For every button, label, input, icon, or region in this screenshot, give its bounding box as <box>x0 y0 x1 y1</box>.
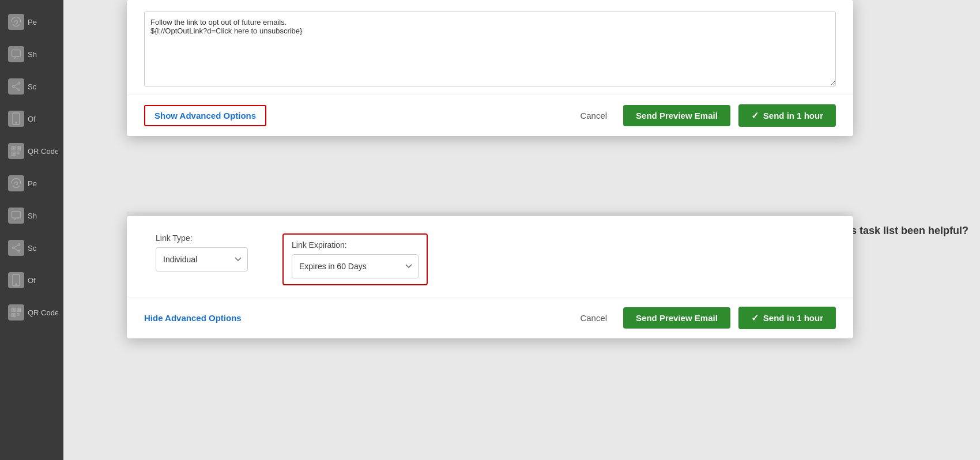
comment-icon <box>8 46 24 62</box>
svg-rect-29 <box>13 314 14 316</box>
qrcode-icon-2 <box>8 304 24 321</box>
sidebar-item-label: QR Code <box>28 308 58 317</box>
link-type-label: Link Type: <box>156 233 248 243</box>
sidebar-item-label: Sh <box>28 212 37 220</box>
svg-rect-11 <box>17 152 19 154</box>
sidebar-item-mobile[interactable]: Of <box>0 103 63 135</box>
send-hour-label-2: Send in 1 hour <box>763 313 823 323</box>
sidebar-item-sms[interactable]: Sh <box>0 38 63 70</box>
svg-rect-13 <box>18 148 20 149</box>
sidebar-item-share-2[interactable]: Sc <box>0 232 63 264</box>
svg-rect-28 <box>18 309 20 311</box>
svg-rect-27 <box>13 309 14 311</box>
send-hour-label-1: Send in 1 hour <box>763 111 823 120</box>
svg-point-2 <box>12 85 14 87</box>
cancel-button-2[interactable]: Cancel <box>572 308 615 327</box>
share-icon-2 <box>8 240 24 256</box>
qrcode-icon <box>8 143 24 159</box>
mobile-icon-2 <box>8 272 24 288</box>
advanced-options-section: Link Type: Individual General Anonymous … <box>127 216 853 297</box>
comment-icon-2 <box>8 208 24 224</box>
svg-point-22 <box>16 284 17 285</box>
svg-rect-14 <box>13 153 14 154</box>
textarea-container: Follow the link to opt out of future ema… <box>127 0 853 95</box>
dialog-divider <box>127 212 853 216</box>
link-expiration-label: Link Expiration: <box>292 240 419 250</box>
svg-line-4 <box>14 84 18 86</box>
sidebar-item-label: Sc <box>28 244 36 252</box>
link-expiration-select[interactable]: Expires in 30 Days Expires in 60 Days Ex… <box>292 254 419 278</box>
sidebar-item-label: QR Code <box>28 147 58 156</box>
hide-advanced-options-button[interactable]: Hide Advanced Options <box>144 308 242 327</box>
dialog-1: Follow the link to opt out of future ema… <box>127 0 853 136</box>
sidebar-item-qrcode[interactable]: QR Code <box>0 135 63 167</box>
fingerprint-icon <box>8 14 24 30</box>
sidebar: Pe Sh Sc Of <box>0 0 63 460</box>
sidebar-item-label: Of <box>28 276 36 285</box>
sidebar-item-fingerprint-1[interactable]: Pe <box>0 6 63 38</box>
svg-point-3 <box>18 89 20 91</box>
mobile-icon <box>8 111 24 127</box>
svg-rect-26 <box>17 314 19 315</box>
send-in-hour-button-1[interactable]: ✓ Send in 1 hour <box>738 104 836 127</box>
link-type-field-group: Link Type: Individual General Anonymous <box>156 233 248 272</box>
svg-rect-15 <box>12 212 21 218</box>
svg-line-20 <box>14 248 18 251</box>
checkmark-icon-1: ✓ <box>751 110 759 121</box>
dialog-2: Link Type: Individual General Anonymous … <box>127 216 853 338</box>
svg-point-17 <box>12 247 14 248</box>
checkmark-icon-2: ✓ <box>751 312 759 323</box>
svg-line-5 <box>14 87 18 89</box>
svg-rect-0 <box>12 50 21 57</box>
sidebar-item-label: Of <box>28 115 36 123</box>
link-expiration-field-group: Link Expiration: Expires in 30 Days Expi… <box>282 233 428 285</box>
share-icon <box>8 78 24 95</box>
svg-rect-12 <box>13 148 14 149</box>
fingerprint-icon-2 <box>8 175 24 191</box>
sidebar-item-sms-2[interactable]: Sh <box>0 199 63 232</box>
sidebar-item-label: Pe <box>28 18 37 27</box>
send-preview-email-button-2[interactable]: Send Preview Email <box>623 307 730 329</box>
sidebar-item-label: Pe <box>28 179 37 188</box>
svg-point-7 <box>16 122 17 123</box>
svg-point-1 <box>18 82 20 84</box>
svg-point-18 <box>18 250 20 252</box>
sidebar-item-qrcode-2[interactable]: QR Code <box>0 296 63 329</box>
sidebar-item-fingerprint-2[interactable]: Pe <box>0 167 63 199</box>
sidebar-item-mobile-2[interactable]: Of <box>0 264 63 296</box>
svg-line-19 <box>14 245 18 247</box>
sidebar-item-label: Sh <box>28 50 37 59</box>
send-preview-email-button-1[interactable]: Send Preview Email <box>623 105 730 126</box>
cancel-button-1[interactable]: Cancel <box>572 106 615 125</box>
dialog-1-footer: Show Advanced Options Cancel Send Previe… <box>127 95 853 136</box>
sidebar-item-share[interactable]: Sc <box>0 70 63 103</box>
sidebar-item-label: Sc <box>28 82 36 91</box>
link-type-select[interactable]: Individual General Anonymous <box>156 247 248 272</box>
show-advanced-options-button[interactable]: Show Advanced Options <box>144 105 266 126</box>
svg-point-16 <box>18 244 20 246</box>
dialog-2-footer: Hide Advanced Options Cancel Send Previe… <box>127 297 853 338</box>
link-expiration-highlight-box: Link Expiration: Expires in 30 Days Expi… <box>282 233 428 285</box>
send-in-hour-button-2[interactable]: ✓ Send in 1 hour <box>738 307 836 329</box>
email-body-textarea[interactable]: Follow the link to opt out of future ema… <box>144 12 836 86</box>
